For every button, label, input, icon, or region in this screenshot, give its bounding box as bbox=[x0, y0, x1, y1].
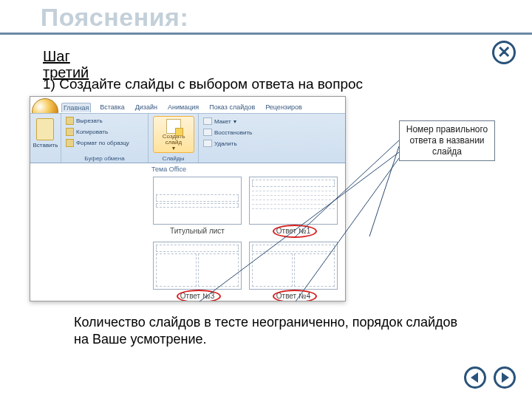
nav-buttons bbox=[464, 366, 516, 389]
thumb-label: Ответ №3 bbox=[154, 292, 241, 300]
thumb-answer-3: Ответ №3 bbox=[153, 242, 242, 290]
next-button[interactable] bbox=[494, 366, 516, 389]
thumb-label: Ответ №1 bbox=[250, 227, 337, 235]
copy-label: Копировать bbox=[76, 129, 108, 135]
watermark-title: Пояснения: bbox=[30, 4, 200, 31]
new-slide-button: Создать слайд ▾ bbox=[153, 116, 194, 153]
clipboard-group-label: Буфер обмена bbox=[61, 155, 148, 162]
thumb-label: Ответ №4 bbox=[250, 292, 337, 300]
thumb-summary: Итог bbox=[345, 242, 346, 290]
cut-icon bbox=[66, 117, 74, 125]
close-button[interactable]: ✕ bbox=[492, 41, 516, 64]
new-slide-icon bbox=[166, 119, 181, 134]
new-slide-label: Создать слайд bbox=[154, 134, 194, 146]
layout-icon bbox=[203, 117, 212, 125]
triangle-left-icon bbox=[471, 372, 478, 383]
gallery-theme-label: Тема Office bbox=[151, 166, 186, 173]
reset-label: Восстановить bbox=[214, 129, 252, 136]
ribbon-tabs: Главная Вставка Дизайн Анимация Показ сл… bbox=[61, 103, 304, 112]
thumb-title-slide: Титульный лист bbox=[153, 177, 242, 225]
thumb-answer-2: Ответ №2 bbox=[345, 177, 346, 225]
reset-icon bbox=[203, 129, 212, 136]
slide-options-group: Макет ▾ Восстановить Удалить bbox=[199, 114, 287, 163]
tab-review: Рецензиров bbox=[264, 103, 304, 112]
delete-icon bbox=[203, 140, 212, 147]
annotation-box: Номер правильного ответа в названии слай… bbox=[399, 120, 495, 161]
tab-insert: Вставка bbox=[98, 103, 126, 112]
slides-group-label: Слайды bbox=[149, 155, 198, 162]
paste-group: Вставить bbox=[30, 114, 61, 163]
powerpoint-screenshot: Главная Вставка Дизайн Анимация Показ сл… bbox=[30, 96, 346, 301]
tab-design: Дизайн bbox=[134, 103, 159, 112]
copy-icon bbox=[66, 128, 74, 136]
footer-text: Количество слайдов в тесте неограниченно… bbox=[74, 314, 466, 349]
format-painter-label: Формат по образцу bbox=[76, 140, 129, 146]
tab-animation: Анимация bbox=[166, 103, 200, 112]
tab-home: Главная bbox=[61, 103, 91, 112]
new-slide-group: Создать слайд ▾ Слайды bbox=[149, 114, 199, 163]
thumb-answer-4: Ответ №4 bbox=[249, 242, 338, 290]
format-painter-icon bbox=[66, 139, 74, 147]
thumb-answer-1: Ответ №1 bbox=[249, 177, 338, 225]
paste-icon bbox=[36, 118, 54, 140]
ribbon: Вставить Вырезать Копировать Формат по о… bbox=[30, 113, 345, 163]
cut-label: Вырезать bbox=[76, 117, 103, 124]
tab-slideshow: Показ слайдов bbox=[208, 103, 256, 112]
layout-label: Макет bbox=[214, 118, 231, 125]
thumb-label: Титульный лист bbox=[154, 227, 241, 235]
triangle-right-icon bbox=[502, 372, 509, 383]
prev-button[interactable] bbox=[464, 366, 486, 389]
instruction-text: 1) Создайте слайды с выбором ответа на в… bbox=[43, 76, 363, 92]
svg-line-1 bbox=[369, 146, 399, 236]
delete-label: Удалить bbox=[214, 140, 237, 147]
divider bbox=[0, 33, 532, 35]
layout-gallery: Титульный лист Ответ №1 Ответ №2 Ответ №… bbox=[149, 175, 344, 299]
paste-label: Вставить bbox=[30, 142, 61, 149]
clipboard-group: Вырезать Копировать Формат по образцу Бу… bbox=[61, 114, 149, 163]
